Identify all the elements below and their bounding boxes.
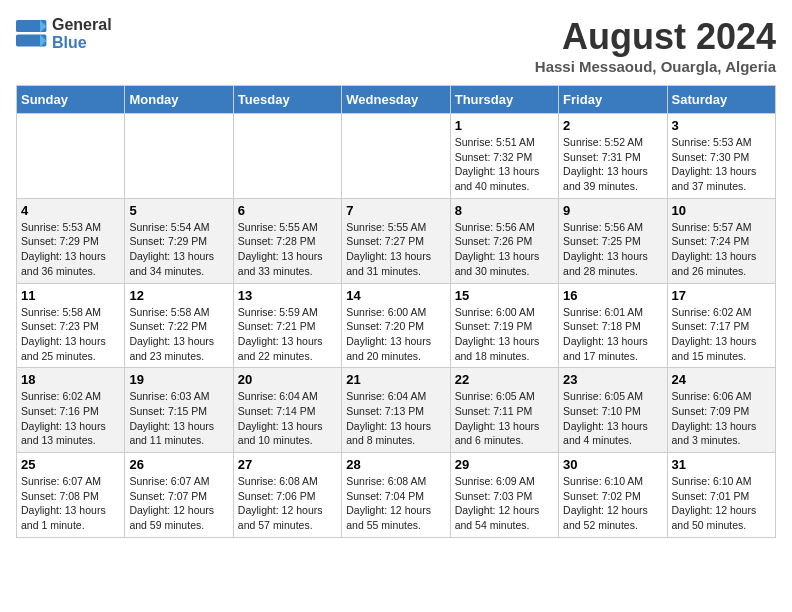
calendar-cell: 27Sunrise: 6:08 AM Sunset: 7:06 PM Dayli… — [233, 453, 341, 538]
calendar-cell: 3Sunrise: 5:53 AM Sunset: 7:30 PM Daylig… — [667, 114, 775, 199]
day-number: 22 — [455, 372, 554, 387]
calendar-cell: 6Sunrise: 5:55 AM Sunset: 7:28 PM Daylig… — [233, 198, 341, 283]
calendar-cell: 19Sunrise: 6:03 AM Sunset: 7:15 PM Dayli… — [125, 368, 233, 453]
day-number: 28 — [346, 457, 445, 472]
calendar-cell: 9Sunrise: 5:56 AM Sunset: 7:25 PM Daylig… — [559, 198, 667, 283]
calendar-cell: 24Sunrise: 6:06 AM Sunset: 7:09 PM Dayli… — [667, 368, 775, 453]
day-info: Sunrise: 5:56 AM Sunset: 7:25 PM Dayligh… — [563, 220, 662, 279]
calendar-cell: 11Sunrise: 5:58 AM Sunset: 7:23 PM Dayli… — [17, 283, 125, 368]
day-info: Sunrise: 5:52 AM Sunset: 7:31 PM Dayligh… — [563, 135, 662, 194]
day-number: 26 — [129, 457, 228, 472]
day-info: Sunrise: 5:55 AM Sunset: 7:28 PM Dayligh… — [238, 220, 337, 279]
logo-text: General Blue — [52, 16, 112, 52]
day-number: 17 — [672, 288, 771, 303]
week-row-1: 1Sunrise: 5:51 AM Sunset: 7:32 PM Daylig… — [17, 114, 776, 199]
day-info: Sunrise: 5:58 AM Sunset: 7:23 PM Dayligh… — [21, 305, 120, 364]
calendar-cell: 4Sunrise: 5:53 AM Sunset: 7:29 PM Daylig… — [17, 198, 125, 283]
day-number: 8 — [455, 203, 554, 218]
day-info: Sunrise: 6:04 AM Sunset: 7:13 PM Dayligh… — [346, 389, 445, 448]
day-info: Sunrise: 6:07 AM Sunset: 7:08 PM Dayligh… — [21, 474, 120, 533]
logo: General Blue — [16, 16, 112, 52]
day-number: 24 — [672, 372, 771, 387]
calendar-cell — [342, 114, 450, 199]
calendar-cell: 1Sunrise: 5:51 AM Sunset: 7:32 PM Daylig… — [450, 114, 558, 199]
day-info: Sunrise: 6:01 AM Sunset: 7:18 PM Dayligh… — [563, 305, 662, 364]
week-row-4: 18Sunrise: 6:02 AM Sunset: 7:16 PM Dayli… — [17, 368, 776, 453]
day-number: 11 — [21, 288, 120, 303]
calendar-cell: 18Sunrise: 6:02 AM Sunset: 7:16 PM Dayli… — [17, 368, 125, 453]
page-header: General Blue August 2024 Hassi Messaoud,… — [16, 16, 776, 75]
calendar-cell: 14Sunrise: 6:00 AM Sunset: 7:20 PM Dayli… — [342, 283, 450, 368]
calendar-header-row: SundayMondayTuesdayWednesdayThursdayFrid… — [17, 86, 776, 114]
day-info: Sunrise: 5:57 AM Sunset: 7:24 PM Dayligh… — [672, 220, 771, 279]
day-info: Sunrise: 6:04 AM Sunset: 7:14 PM Dayligh… — [238, 389, 337, 448]
day-number: 19 — [129, 372, 228, 387]
day-number: 31 — [672, 457, 771, 472]
calendar-cell: 16Sunrise: 6:01 AM Sunset: 7:18 PM Dayli… — [559, 283, 667, 368]
day-number: 25 — [21, 457, 120, 472]
calendar-cell: 28Sunrise: 6:08 AM Sunset: 7:04 PM Dayli… — [342, 453, 450, 538]
day-header-saturday: Saturday — [667, 86, 775, 114]
day-header-wednesday: Wednesday — [342, 86, 450, 114]
day-number: 16 — [563, 288, 662, 303]
day-header-tuesday: Tuesday — [233, 86, 341, 114]
calendar-cell: 10Sunrise: 5:57 AM Sunset: 7:24 PM Dayli… — [667, 198, 775, 283]
day-number: 13 — [238, 288, 337, 303]
day-info: Sunrise: 5:53 AM Sunset: 7:30 PM Dayligh… — [672, 135, 771, 194]
day-number: 9 — [563, 203, 662, 218]
month-title: August 2024 — [535, 16, 776, 58]
calendar-cell — [233, 114, 341, 199]
calendar-cell: 8Sunrise: 5:56 AM Sunset: 7:26 PM Daylig… — [450, 198, 558, 283]
day-number: 2 — [563, 118, 662, 133]
title-block: August 2024 Hassi Messaoud, Ouargla, Alg… — [535, 16, 776, 75]
day-info: Sunrise: 5:51 AM Sunset: 7:32 PM Dayligh… — [455, 135, 554, 194]
day-info: Sunrise: 5:55 AM Sunset: 7:27 PM Dayligh… — [346, 220, 445, 279]
day-info: Sunrise: 5:58 AM Sunset: 7:22 PM Dayligh… — [129, 305, 228, 364]
day-number: 23 — [563, 372, 662, 387]
week-row-2: 4Sunrise: 5:53 AM Sunset: 7:29 PM Daylig… — [17, 198, 776, 283]
day-number: 12 — [129, 288, 228, 303]
day-number: 10 — [672, 203, 771, 218]
day-number: 1 — [455, 118, 554, 133]
calendar-cell: 20Sunrise: 6:04 AM Sunset: 7:14 PM Dayli… — [233, 368, 341, 453]
calendar-cell: 5Sunrise: 5:54 AM Sunset: 7:29 PM Daylig… — [125, 198, 233, 283]
day-number: 18 — [21, 372, 120, 387]
day-number: 6 — [238, 203, 337, 218]
day-info: Sunrise: 6:10 AM Sunset: 7:01 PM Dayligh… — [672, 474, 771, 533]
day-header-friday: Friday — [559, 86, 667, 114]
day-info: Sunrise: 6:03 AM Sunset: 7:15 PM Dayligh… — [129, 389, 228, 448]
calendar-cell — [17, 114, 125, 199]
calendar-cell: 29Sunrise: 6:09 AM Sunset: 7:03 PM Dayli… — [450, 453, 558, 538]
calendar-cell: 12Sunrise: 5:58 AM Sunset: 7:22 PM Dayli… — [125, 283, 233, 368]
logo-icon — [16, 20, 48, 48]
day-number: 30 — [563, 457, 662, 472]
day-header-sunday: Sunday — [17, 86, 125, 114]
day-info: Sunrise: 6:08 AM Sunset: 7:04 PM Dayligh… — [346, 474, 445, 533]
day-number: 29 — [455, 457, 554, 472]
day-number: 15 — [455, 288, 554, 303]
day-number: 14 — [346, 288, 445, 303]
calendar-cell: 17Sunrise: 6:02 AM Sunset: 7:17 PM Dayli… — [667, 283, 775, 368]
day-info: Sunrise: 6:10 AM Sunset: 7:02 PM Dayligh… — [563, 474, 662, 533]
day-info: Sunrise: 6:05 AM Sunset: 7:10 PM Dayligh… — [563, 389, 662, 448]
week-row-5: 25Sunrise: 6:07 AM Sunset: 7:08 PM Dayli… — [17, 453, 776, 538]
calendar-cell — [125, 114, 233, 199]
calendar-cell: 2Sunrise: 5:52 AM Sunset: 7:31 PM Daylig… — [559, 114, 667, 199]
day-number: 21 — [346, 372, 445, 387]
day-info: Sunrise: 6:05 AM Sunset: 7:11 PM Dayligh… — [455, 389, 554, 448]
day-number: 7 — [346, 203, 445, 218]
calendar-cell: 30Sunrise: 6:10 AM Sunset: 7:02 PM Dayli… — [559, 453, 667, 538]
calendar-cell: 23Sunrise: 6:05 AM Sunset: 7:10 PM Dayli… — [559, 368, 667, 453]
day-number: 3 — [672, 118, 771, 133]
day-info: Sunrise: 6:02 AM Sunset: 7:17 PM Dayligh… — [672, 305, 771, 364]
calendar-cell: 7Sunrise: 5:55 AM Sunset: 7:27 PM Daylig… — [342, 198, 450, 283]
calendar-table: SundayMondayTuesdayWednesdayThursdayFrid… — [16, 85, 776, 538]
day-header-thursday: Thursday — [450, 86, 558, 114]
day-info: Sunrise: 6:02 AM Sunset: 7:16 PM Dayligh… — [21, 389, 120, 448]
calendar-cell: 25Sunrise: 6:07 AM Sunset: 7:08 PM Dayli… — [17, 453, 125, 538]
day-info: Sunrise: 6:00 AM Sunset: 7:20 PM Dayligh… — [346, 305, 445, 364]
calendar-cell: 31Sunrise: 6:10 AM Sunset: 7:01 PM Dayli… — [667, 453, 775, 538]
location-subtitle: Hassi Messaoud, Ouargla, Algeria — [535, 58, 776, 75]
calendar-cell: 15Sunrise: 6:00 AM Sunset: 7:19 PM Dayli… — [450, 283, 558, 368]
day-number: 27 — [238, 457, 337, 472]
